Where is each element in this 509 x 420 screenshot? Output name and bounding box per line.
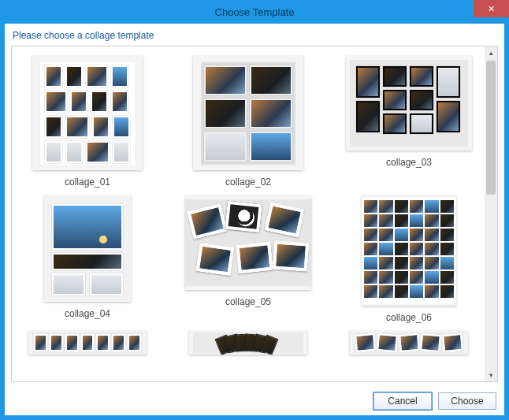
template-item-partial[interactable]: [17, 331, 158, 355]
template-thumbnail: [28, 331, 147, 355]
template-item-collage-03[interactable]: collage_03: [338, 56, 480, 188]
button-row: Cancel Choose: [5, 387, 504, 415]
template-item-collage-01[interactable]: collage_01: [17, 56, 158, 188]
titlebar: Choose Template ✕: [0, 0, 509, 24]
template-thumbnail: [193, 56, 303, 170]
template-label: collage_06: [386, 312, 432, 323]
close-icon: ✕: [488, 4, 495, 14]
template-thumbnail: [44, 195, 131, 302]
window-title: Choose Template: [215, 6, 295, 18]
template-item-collage-05[interactable]: collage_05: [177, 195, 319, 323]
template-label: collage_01: [65, 177, 110, 188]
template-item-collage-04[interactable]: collage_04: [17, 195, 158, 323]
template-thumbnail: [185, 195, 311, 290]
close-button[interactable]: ✕: [474, 0, 509, 17]
template-thumbnail: [362, 195, 456, 306]
instruction-text: Please choose a collage template: [5, 24, 504, 46]
template-thumbnail: [346, 56, 472, 151]
choose-template-window: Choose Template ✕ Please choose a collag…: [0, 0, 509, 420]
template-list: collage_01 collage_02: [11, 46, 498, 382]
cancel-button[interactable]: Cancel: [373, 392, 432, 410]
scrollbar[interactable]: ▴ ▾: [485, 46, 497, 381]
template-thumbnail: [32, 56, 143, 170]
template-thumbnail: [350, 331, 468, 355]
scroll-thumb[interactable]: [486, 61, 496, 195]
scroll-up-icon[interactable]: ▴: [485, 46, 497, 59]
template-thumbnail: [189, 331, 307, 355]
scroll-down-icon[interactable]: ▾: [485, 369, 497, 381]
choose-button[interactable]: Choose: [438, 392, 496, 410]
template-grid: collage_01 collage_02: [17, 56, 480, 355]
template-item-collage-06[interactable]: collage_06: [338, 195, 480, 323]
template-label: collage_04: [65, 308, 110, 319]
template-item-partial[interactable]: [338, 331, 480, 355]
template-item-partial[interactable]: [177, 331, 319, 355]
client-area: Please choose a collage template: [5, 24, 504, 415]
template-label: collage_03: [386, 157, 432, 168]
template-item-collage-02[interactable]: collage_02: [177, 56, 319, 188]
template-label: collage_02: [225, 177, 271, 188]
template-grid-viewport: collage_01 collage_02: [12, 46, 485, 381]
template-label: collage_05: [225, 296, 271, 307]
